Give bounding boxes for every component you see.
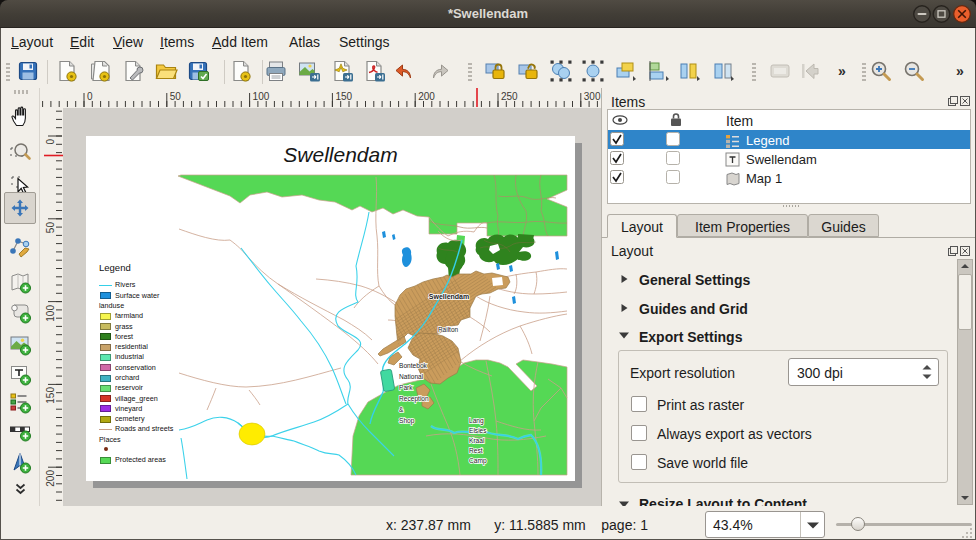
svg-text:50: 50 <box>45 222 56 234</box>
svg-text:150: 150 <box>45 387 56 404</box>
svg-text:Reception: Reception <box>399 395 429 403</box>
svg-text:150: 150 <box>335 91 352 102</box>
svg-text:300: 300 <box>584 91 601 102</box>
svg-text:Camp: Camp <box>469 457 487 465</box>
svg-text:Kraal: Kraal <box>469 437 485 444</box>
svg-text:100: 100 <box>253 91 270 102</box>
svg-text:250: 250 <box>501 91 518 102</box>
svg-text:200: 200 <box>45 470 56 487</box>
svg-text:Swellendam: Swellendam <box>429 293 469 300</box>
svg-text:&: & <box>399 406 404 413</box>
svg-text:Park: Park <box>399 384 413 391</box>
svg-text:Lang: Lang <box>469 417 484 425</box>
svg-text:Railton: Railton <box>438 326 459 333</box>
svg-text:0: 0 <box>45 139 56 145</box>
svg-text:100: 100 <box>45 305 56 322</box>
svg-text:Elsies: Elsies <box>469 427 487 434</box>
svg-text:200: 200 <box>418 91 435 102</box>
svg-text:Shop: Shop <box>399 417 415 425</box>
svg-text:0: 0 <box>87 91 93 102</box>
svg-text:Bontebok: Bontebok <box>399 362 428 369</box>
svg-text:National: National <box>399 373 424 380</box>
svg-text:Rest: Rest <box>469 447 483 454</box>
svg-text:50: 50 <box>170 91 182 102</box>
